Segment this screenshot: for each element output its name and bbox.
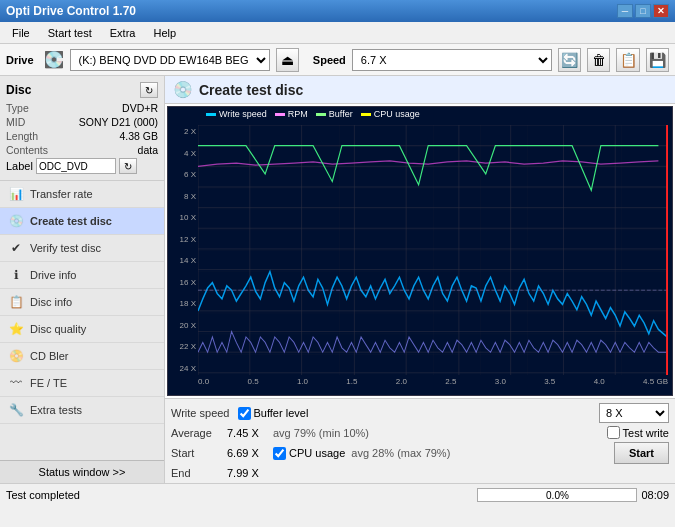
erase-button[interactable]: 🗑 bbox=[587, 48, 610, 72]
legend-rpm-label: RPM bbox=[288, 109, 308, 119]
content-header: 💿 Create test disc bbox=[165, 76, 675, 104]
drive-select[interactable]: (K:) BENQ DVD DD EW164B BEGB bbox=[70, 49, 270, 71]
cpu-label: CPU usage bbox=[289, 447, 345, 459]
test-write-checkbox[interactable] bbox=[607, 426, 620, 439]
window-controls: ─ □ ✕ bbox=[617, 4, 669, 18]
x-label: 2.0 bbox=[396, 377, 407, 386]
drive-info-icon: ℹ bbox=[8, 267, 24, 283]
disc-mid-row: MID SONY D21 (000) bbox=[6, 116, 158, 128]
avg-value: 7.45 X bbox=[227, 427, 267, 439]
content-area: 💿 Create test disc 24 X 22 X 20 X 18 X 1… bbox=[165, 76, 675, 483]
start-button[interactable]: Start bbox=[614, 442, 669, 464]
content-disc-icon: 💿 bbox=[173, 80, 193, 99]
disc-contents-label: Contents bbox=[6, 144, 48, 156]
sidebar-item-fe-te[interactable]: 〰 FE / TE bbox=[0, 370, 164, 397]
create-test-disc-icon: 💿 bbox=[8, 213, 24, 229]
sidebar-item-label: Disc quality bbox=[30, 323, 86, 335]
legend-write-speed-color bbox=[206, 113, 216, 116]
extra-tests-icon: 🔧 bbox=[8, 402, 24, 418]
legend-buffer-color bbox=[316, 113, 326, 116]
drive-icon: 💽 bbox=[44, 50, 64, 69]
disc-length-value: 4.38 GB bbox=[119, 130, 158, 142]
maximize-button[interactable]: □ bbox=[635, 4, 651, 18]
disc-label-refresh[interactable]: ↻ bbox=[119, 158, 137, 174]
disc-type-label: Type bbox=[6, 102, 29, 114]
y-label: 14 X bbox=[168, 256, 198, 265]
menu-help[interactable]: Help bbox=[145, 25, 184, 41]
content-title: Create test disc bbox=[199, 82, 303, 98]
buffer-check-row: Buffer level bbox=[238, 407, 309, 420]
y-label: 18 X bbox=[168, 299, 198, 308]
disc-type-value: DVD+R bbox=[122, 102, 158, 114]
transfer-rate-icon: 📊 bbox=[8, 186, 24, 202]
speed-select[interactable]: 6.7 X bbox=[352, 49, 552, 71]
disc-panel: Disc ↻ Type DVD+R MID SONY D21 (000) Len… bbox=[0, 76, 164, 181]
minimize-button[interactable]: ─ bbox=[617, 4, 633, 18]
disc-panel-title: Disc bbox=[6, 83, 31, 97]
status-window-button[interactable]: Status window >> bbox=[0, 460, 164, 483]
sidebar-item-drive-info[interactable]: ℹ Drive info bbox=[0, 262, 164, 289]
sidebar-item-create-test-disc[interactable]: 💿 Create test disc bbox=[0, 208, 164, 235]
speed-label: Speed bbox=[313, 54, 346, 66]
refresh-button[interactable]: 🔄 bbox=[558, 48, 581, 72]
x-label: 0.5 bbox=[247, 377, 258, 386]
start-value: 6.69 X bbox=[227, 447, 267, 459]
avg-pct: avg 79% (min 10%) bbox=[273, 427, 369, 439]
speed-dropdown-row: 8 X bbox=[599, 403, 669, 423]
sidebar-item-label: CD Bler bbox=[30, 350, 69, 362]
x-label: 2.5 bbox=[445, 377, 456, 386]
disc-length-row: Length 4.38 GB bbox=[6, 130, 158, 142]
sidebar-item-label: Transfer rate bbox=[30, 188, 93, 200]
disc-length-label: Length bbox=[6, 130, 38, 142]
buffer-checkbox[interactable] bbox=[238, 407, 251, 420]
titlebar: Opti Drive Control 1.70 ─ □ ✕ bbox=[0, 0, 675, 22]
y-label: 8 X bbox=[168, 192, 198, 201]
status-text: Test completed bbox=[6, 489, 473, 501]
disc-label-input[interactable] bbox=[36, 158, 116, 174]
x-label: 3.0 bbox=[495, 377, 506, 386]
cd-bler-icon: 📀 bbox=[8, 348, 24, 364]
disc-refresh-button[interactable]: ↻ bbox=[140, 82, 158, 98]
speed-dropdown[interactable]: 8 X bbox=[599, 403, 669, 423]
sidebar-item-verify-test-disc[interactable]: ✔ Verify test disc bbox=[0, 235, 164, 262]
menu-file[interactable]: File bbox=[4, 25, 38, 41]
controls-row2: Average 7.45 X avg 79% (min 10%) Test wr… bbox=[171, 426, 669, 439]
cpu-checkbox[interactable] bbox=[273, 447, 286, 460]
sidebar-item-label: Verify test disc bbox=[30, 242, 101, 254]
chart-legend: Write speed RPM Buffer CPU usage bbox=[198, 107, 428, 121]
y-label: 20 X bbox=[168, 321, 198, 330]
bottom-controls: Write speed Buffer level 8 X Average 7.4… bbox=[165, 398, 675, 483]
legend-buffer: Buffer bbox=[316, 109, 353, 119]
sidebar-item-label: FE / TE bbox=[30, 377, 67, 389]
controls-row3: Start 6.69 X CPU usage avg 28% (max 79%)… bbox=[171, 442, 669, 464]
sidebar-item-label: Create test disc bbox=[30, 215, 112, 227]
close-button[interactable]: ✕ bbox=[653, 4, 669, 18]
save-button[interactable]: 💾 bbox=[646, 48, 669, 72]
sidebar-item-cd-bler[interactable]: 📀 CD Bler bbox=[0, 343, 164, 370]
drive-label: Drive bbox=[6, 54, 34, 66]
y-label: 22 X bbox=[168, 342, 198, 351]
menu-start-test[interactable]: Start test bbox=[40, 25, 100, 41]
y-label: 24 X bbox=[168, 364, 198, 373]
y-label: 10 X bbox=[168, 213, 198, 222]
end-value: 7.99 X bbox=[227, 467, 267, 479]
sidebar-item-label: Disc info bbox=[30, 296, 72, 308]
sidebar-item-transfer-rate[interactable]: 📊 Transfer rate bbox=[0, 181, 164, 208]
verify-test-disc-icon: ✔ bbox=[8, 240, 24, 256]
menubar: File Start test Extra Help bbox=[0, 22, 675, 44]
eject-button[interactable]: ⏏ bbox=[276, 48, 299, 72]
buffer-label: Buffer level bbox=[254, 407, 309, 419]
sidebar-item-disc-info[interactable]: 📋 Disc info bbox=[0, 289, 164, 316]
drivebar: Drive 💽 (K:) BENQ DVD DD EW164B BEGB ⏏ S… bbox=[0, 44, 675, 76]
y-label: 4 X bbox=[168, 149, 198, 158]
sidebar-item-label: Drive info bbox=[30, 269, 76, 281]
y-label: 12 X bbox=[168, 235, 198, 244]
sidebar-item-extra-tests[interactable]: 🔧 Extra tests bbox=[0, 397, 164, 424]
copy-button[interactable]: 📋 bbox=[616, 48, 639, 72]
menu-extra[interactable]: Extra bbox=[102, 25, 144, 41]
x-label: 1.0 bbox=[297, 377, 308, 386]
y-label: 16 X bbox=[168, 278, 198, 287]
x-label: 4.0 bbox=[594, 377, 605, 386]
sidebar-item-disc-quality[interactable]: ⭐ Disc quality bbox=[0, 316, 164, 343]
end-label: End bbox=[171, 467, 221, 479]
